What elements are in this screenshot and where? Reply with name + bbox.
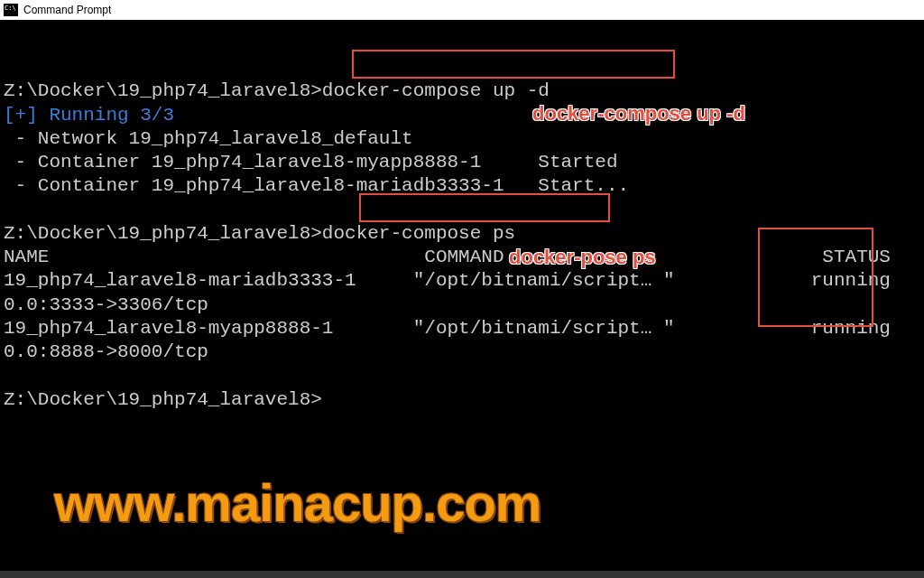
- running-prefix: [+]: [4, 105, 38, 126]
- watermark: www.mainacup.com: [54, 472, 541, 533]
- annotation-1: docker-compose up -d: [532, 102, 745, 126]
- command-1: docker-compose up -d: [322, 80, 550, 101]
- running-text: Running 3/3: [38, 105, 174, 126]
- ps-row-2b: 0.0:8888->8000/tcp: [4, 341, 208, 362]
- output-container-1: - Container 19_php74_laravel8-myapp8888-…: [4, 152, 618, 172]
- bottom-border: [0, 571, 924, 578]
- prompt-path-3: Z:\Docker\19_php74_laravel8>: [4, 389, 322, 410]
- ps-row-1b: 0.0:3333->3306/tcp: [4, 294, 208, 315]
- command-2: docker-compose ps: [322, 223, 515, 244]
- highlight-box-cmd2: [359, 193, 610, 222]
- cmd-icon: [4, 4, 18, 16]
- prompt-path-1: Z:\Docker\19_php74_laravel8>: [4, 80, 322, 101]
- window-titlebar: Command Prompt: [0, 0, 924, 20]
- highlight-box-status: [758, 228, 873, 327]
- prompt-path-2: Z:\Docker\19_php74_laravel8>: [4, 223, 322, 244]
- output-network: - Network 19_php74_laravel8_default: [4, 128, 413, 149]
- highlight-box-cmd1: [352, 50, 675, 79]
- annotation-2: docker-pose ps: [509, 246, 656, 269]
- window-title: Command Prompt: [23, 4, 111, 16]
